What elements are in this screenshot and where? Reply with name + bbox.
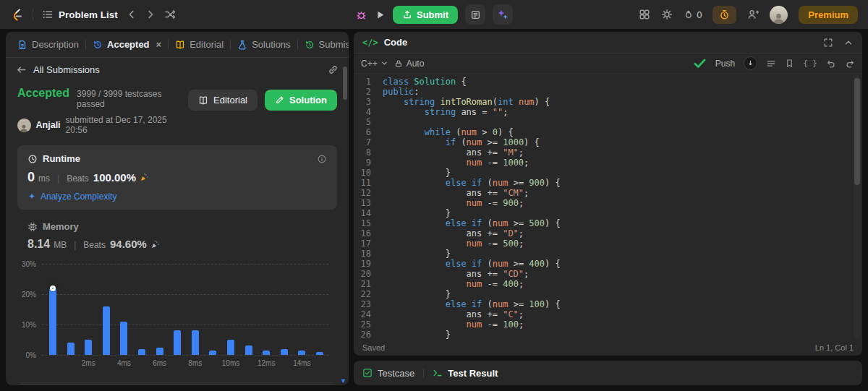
runtime-bar[interactable]	[209, 351, 216, 355]
analyze-complexity-link[interactable]: Analyze Complexity	[27, 192, 327, 202]
code-line[interactable]: 22 }	[354, 289, 862, 299]
memory-label: Memory	[43, 221, 79, 232]
code-line[interactable]: 12 ans += "CM";	[354, 188, 862, 198]
streak-counter[interactable]: 0	[684, 9, 702, 20]
bookmark-icon[interactable]	[785, 59, 794, 68]
timer-button[interactable]	[712, 6, 736, 24]
notes-button[interactable]	[465, 4, 485, 25]
runtime-bar[interactable]	[227, 340, 234, 355]
back-arrow-icon[interactable]	[16, 64, 27, 75]
runtime-card[interactable]: Runtime 0 ms | Beats 100.00%	[17, 145, 337, 210]
runtime-bar[interactable]	[85, 340, 92, 355]
code-line[interactable]: 1class Solution {	[354, 77, 862, 87]
code-line[interactable]: 14 }	[354, 208, 862, 218]
code-line[interactable]: 2public:	[354, 87, 862, 97]
code-line[interactable]: 11 else if (num >= 900) {	[354, 178, 862, 188]
avatar[interactable]	[770, 6, 788, 24]
scroll-down-arrow-icon[interactable]: ▼	[340, 377, 346, 384]
runtime-bar[interactable]	[120, 322, 127, 355]
code-line[interactable]: 24 ans += "C";	[354, 309, 862, 319]
username[interactable]: Anjali	[36, 120, 61, 130]
left-panel-scrollbar[interactable]	[343, 61, 347, 375]
prev-question-icon[interactable]	[127, 9, 137, 20]
problem-list-button[interactable]: Problem List	[42, 9, 118, 20]
party-popper-icon	[140, 173, 149, 182]
snippets-braces-icon[interactable]: { }	[803, 59, 817, 68]
code-line[interactable]: 4 string ans = "";	[354, 107, 862, 117]
tab-description[interactable]: Description	[12, 35, 85, 53]
runtime-bar[interactable]	[245, 345, 252, 355]
run-icon[interactable]	[375, 9, 386, 20]
runtime-bar[interactable]	[174, 330, 181, 355]
auto-toggle[interactable]: Auto	[394, 59, 425, 69]
code-line[interactable]: 15 else if (num >= 500) {	[354, 218, 862, 228]
settings-gear-icon[interactable]	[661, 9, 673, 20]
runtime-bar[interactable]	[281, 349, 288, 355]
runtime-bar[interactable]	[263, 351, 270, 355]
info-icon[interactable]	[317, 154, 327, 164]
tab-accepted[interactable]: Accepted ×	[87, 35, 167, 53]
code-line[interactable]: 23 else if (num >= 100) {	[354, 299, 862, 309]
leetcode-logo-icon[interactable]	[10, 8, 24, 22]
tab-testcase[interactable]: Testcase	[362, 368, 414, 379]
language-selector[interactable]: C++	[361, 59, 388, 69]
editor-scrollbar[interactable]	[854, 75, 861, 338]
tab-test-result[interactable]: Test Result	[433, 368, 498, 379]
next-question-icon[interactable]	[145, 9, 156, 20]
back-label[interactable]: All Submissions	[33, 64, 100, 75]
premium-label: Premium	[808, 9, 848, 20]
code-line[interactable]: 6 while (num > 0) {	[354, 127, 862, 137]
ai-assistant-button[interactable]	[493, 4, 513, 25]
editorial-button[interactable]: Editorial	[188, 90, 258, 111]
code-line[interactable]: 25 num -= 100;	[354, 319, 862, 330]
copy-link-icon[interactable]	[328, 64, 339, 75]
shuffle-icon[interactable]	[164, 9, 176, 20]
collapse-chevron-icon[interactable]	[843, 38, 854, 48]
scrollbar-thumb[interactable]	[854, 78, 860, 185]
push-sync-icon[interactable]	[744, 56, 757, 70]
code-line[interactable]: 7 if (num >= 1000) {	[354, 137, 862, 147]
layout-grid-icon[interactable]	[639, 9, 650, 20]
code-line[interactable]: 16 ans += "D";	[354, 228, 862, 239]
scrollbar-thumb[interactable]	[343, 66, 347, 100]
code-line[interactable]: 21 num -= 400;	[354, 279, 862, 289]
code-line[interactable]: 26 }	[354, 330, 862, 340]
runtime-bar[interactable]	[156, 348, 163, 356]
runtime-bar[interactable]	[192, 330, 199, 355]
premium-button[interactable]: Premium	[799, 6, 858, 24]
tab-submissions[interactable]: Submissions	[299, 35, 349, 53]
code-editor[interactable]: 1class Solution {2public:3 string intToR…	[354, 74, 862, 340]
undo-icon[interactable]	[826, 59, 836, 69]
runtime-bar[interactable]	[138, 349, 145, 355]
code-line[interactable]: 10 }	[354, 168, 862, 178]
code-line[interactable]: 17 num -= 500;	[354, 239, 862, 249]
runtime-bar[interactable]	[67, 343, 75, 355]
code-line[interactable]: 13 num -= 900;	[354, 198, 862, 208]
runtime-bar[interactable]	[316, 352, 323, 355]
runtime-bar[interactable]	[298, 351, 305, 355]
memory-section[interactable]: Memory 8.14 MB | Beats 94.60%	[17, 221, 337, 251]
close-tab-icon[interactable]: ×	[156, 39, 162, 50]
code-line[interactable]: 18 }	[354, 249, 862, 259]
tab-editorial[interactable]: Editorial	[169, 35, 229, 53]
code-line[interactable]: 20 ans += "CD";	[354, 269, 862, 279]
code-line[interactable]: 8 ans += "M";	[354, 147, 862, 158]
push-label[interactable]: Push	[715, 59, 735, 69]
x-tick-label: 8ms	[188, 359, 202, 367]
submit-button[interactable]: Submit	[393, 6, 458, 24]
expand-panel-icon[interactable]	[823, 38, 833, 48]
format-code-icon[interactable]	[766, 59, 776, 69]
code-line[interactable]: 19 else if (num >= 400) {	[354, 259, 862, 269]
code-line[interactable]: 5	[354, 117, 862, 127]
auto-label: Auto	[407, 59, 425, 69]
main-area: Description Accepted ×	[6, 32, 862, 385]
solution-button[interactable]: Solution	[265, 90, 337, 111]
code-line[interactable]: 9 num -= 1000;	[354, 158, 862, 168]
code-line[interactable]: 3 string intToRoman(int num) {	[354, 97, 862, 107]
redo-icon[interactable]	[845, 59, 855, 69]
invite-user-icon[interactable]	[747, 9, 759, 20]
tab-solutions[interactable]: Solutions	[231, 35, 296, 53]
runtime-bar[interactable]	[49, 288, 56, 355]
debug-icon[interactable]	[355, 9, 367, 21]
runtime-bar[interactable]	[103, 306, 110, 355]
